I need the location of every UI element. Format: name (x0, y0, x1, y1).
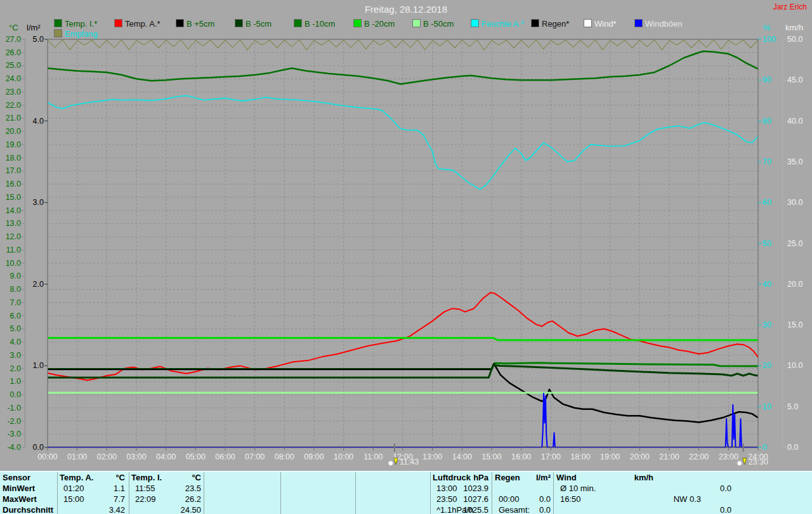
humidity-tick-label: 40 (763, 280, 771, 289)
time-tick-label: 22:00 (689, 452, 709, 461)
celsius-tick-label: 1.0 (10, 377, 21, 386)
table-section-header: Temp. I. (131, 473, 162, 483)
kmh-tick-label: 30.0 (787, 198, 802, 207)
weather-chart-window: Freitag, 28.12.2018 Jarz Erich °C l/m² %… (0, 0, 812, 514)
table-value: NW 0.3 (674, 494, 701, 504)
kmh-tick-label: 45.0 (787, 76, 802, 84)
celsius-tick-label: 6.0 (10, 312, 21, 320)
table-separator (553, 472, 554, 514)
celsius-tick-label: 15.0 (6, 193, 21, 202)
celsius-tick-label: 14.0 (6, 206, 21, 215)
table-value: 23.5 (185, 484, 201, 494)
time-marker-moon-icon (737, 461, 742, 466)
celsius-tick-label: 7.0 (10, 298, 21, 307)
table-separator (129, 472, 129, 514)
time-marker-label: 23:30 (749, 458, 768, 466)
celsius-tick-label: -4.0 (7, 443, 21, 452)
table-value: 1.1 (114, 484, 125, 494)
table-section-header: Wind (556, 473, 577, 483)
table-section-unit: °C (192, 473, 201, 483)
table-value: 24.50 (180, 505, 201, 514)
time-tick-label: 02:00 (97, 452, 117, 461)
kmh-tick-label: 25.0 (787, 239, 802, 248)
table-separator (57, 472, 58, 514)
table-value-time: 01:20 (63, 484, 84, 494)
humidity-tick-label: 80 (763, 117, 771, 126)
table-value-time: 15:00 (63, 494, 84, 504)
celsius-tick-label: 21.0 (6, 114, 21, 122)
humidity-tick-label: 20 (763, 361, 771, 370)
table-row-header: MinWert (3, 484, 35, 494)
table-section-header: Regen (495, 473, 520, 483)
rain-tick-label: 3.0 (33, 198, 44, 207)
table-row-header: MaxWert (3, 494, 37, 504)
time-tick-label: 09:00 (304, 452, 324, 461)
time-tick-label: 05:00 (186, 452, 206, 461)
time-marker-arrow-icon (743, 458, 747, 465)
celsius-tick-label: 16.0 (6, 180, 21, 188)
celsius-tick-label: -1.0 (7, 404, 21, 412)
table-value-time: 23:50 (436, 494, 457, 504)
table-value: 1027.6 (463, 494, 488, 504)
table-separator (492, 472, 492, 514)
table-value: 1025.5 (463, 505, 488, 514)
table-section-unit: °C (115, 473, 125, 483)
table-value-time: 11:55 (135, 484, 155, 494)
kmh-tick-label: 40.0 (787, 117, 802, 126)
celsius-tick-label: 0.0 (10, 390, 21, 399)
table-value: 0.0 (720, 484, 731, 494)
celsius-tick-label: -2.0 (7, 417, 21, 426)
celsius-tick-label: 20.0 (6, 127, 21, 136)
table-value: 0.0 (539, 494, 551, 504)
summary-table: SensorMinWertMaxWertDurchschnittTemp. A.… (0, 471, 812, 514)
rain-tick-label: 4.0 (33, 117, 44, 126)
celsius-tick-label: 17.0 (6, 166, 21, 175)
kmh-tick-label: 50.0 (787, 35, 802, 44)
time-tick-label: 01:00 (67, 452, 87, 461)
time-marker-arrow-icon (394, 458, 398, 465)
table-section-unit: l/m² (536, 473, 551, 483)
celsius-tick-label: 5.0 (10, 324, 21, 333)
time-tick-label: 04:00 (156, 452, 176, 461)
table-section-unit: hPa (473, 473, 488, 483)
time-tick-label: 00:00 (37, 452, 57, 461)
table-separator (430, 472, 431, 514)
celsius-tick-label: 24.0 (6, 74, 21, 83)
table-value-time: 22:09 (135, 494, 156, 504)
humidity-tick-label: 50 (763, 239, 771, 248)
celsius-tick-label: 8.0 (10, 285, 21, 294)
time-tick-label: 18:00 (570, 452, 590, 461)
celsius-tick-label: -3.0 (7, 430, 21, 438)
table-row-header: Sensor (3, 473, 30, 483)
humidity-tick-label: 100 (763, 35, 776, 44)
table-value: 0.0 (539, 505, 551, 514)
table-value-time: 00:00 (499, 494, 520, 504)
humidity-tick-label: 60 (763, 198, 771, 207)
celsius-tick-label: 18.0 (6, 154, 21, 162)
table-separator (355, 472, 356, 514)
time-tick-label: 19:00 (600, 452, 620, 461)
celsius-tick-label: 3.0 (10, 351, 21, 360)
table-section-unit: km/h (634, 473, 653, 483)
table-value: 3.42 (109, 505, 125, 514)
table-value-time: 13:00 (436, 484, 457, 494)
humidity-tick-label: 70 (763, 157, 771, 166)
rain-tick-label: 1.0 (33, 361, 44, 370)
table-value-time: Ø 10 min. (560, 484, 596, 494)
table-value: 0.0 (720, 505, 731, 514)
table-separator (280, 472, 281, 514)
rain-tick-label: 0.0 (33, 443, 44, 452)
celsius-tick-label: 13.0 (6, 219, 21, 228)
humidity-tick-label: 30 (763, 320, 771, 329)
chart-plot: 27.026.025.024.023.022.021.020.019.018.0… (0, 0, 812, 471)
celsius-tick-label: 26.0 (6, 48, 21, 57)
celsius-tick-label: 19.0 (6, 140, 21, 149)
humidity-tick-label: 10 (763, 402, 771, 411)
table-value: 1023.9 (463, 484, 488, 494)
time-tick-label: 20:00 (630, 452, 650, 461)
time-tick-label: 17:00 (541, 452, 561, 461)
celsius-tick-label: 10.0 (6, 259, 21, 268)
celsius-tick-label: 23.0 (6, 88, 21, 96)
kmh-tick-label: 20.0 (787, 280, 802, 289)
time-tick-label: 11:00 (363, 452, 383, 461)
